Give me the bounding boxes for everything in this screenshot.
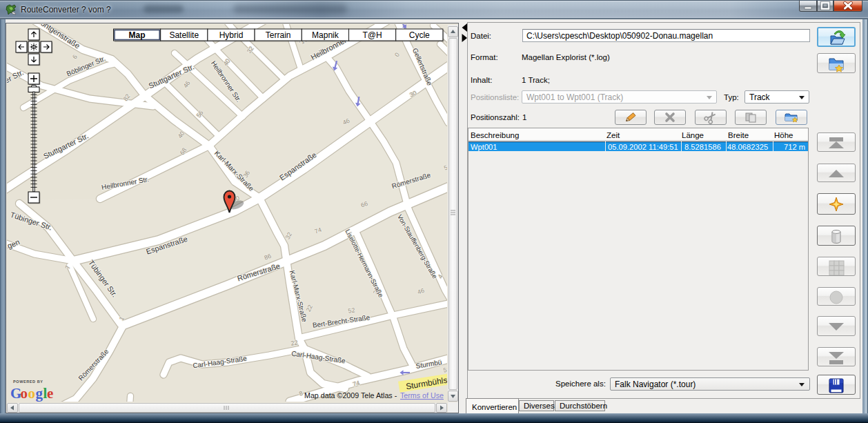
svg-text:Hybrid: Hybrid [219,30,244,40]
svg-text:Terms of Use: Terms of Use [400,391,444,400]
svg-text:T@H: T@H [363,30,382,40]
svg-text:Cycle: Cycle [409,30,430,40]
svg-text:Map: Map [129,30,146,40]
svg-text:52: 52 [443,366,447,374]
svg-text:Satellite: Satellite [169,30,199,40]
svg-text:POWERED BY: POWERED BY [13,380,43,384]
svg-text:o: o [28,385,36,402]
svg-text:e: e [47,385,53,402]
svg-text:o: o [21,385,28,402]
svg-text:Map data ©2009 Tele Atlas -: Map data ©2009 Tele Atlas - [304,391,397,400]
svg-text:Mapnik: Mapnik [312,30,339,40]
svg-text:22: 22 [290,339,299,347]
svg-text:Terrain: Terrain [266,30,291,40]
svg-text:g: g [36,385,43,402]
svg-text:52: 52 [348,306,356,315]
